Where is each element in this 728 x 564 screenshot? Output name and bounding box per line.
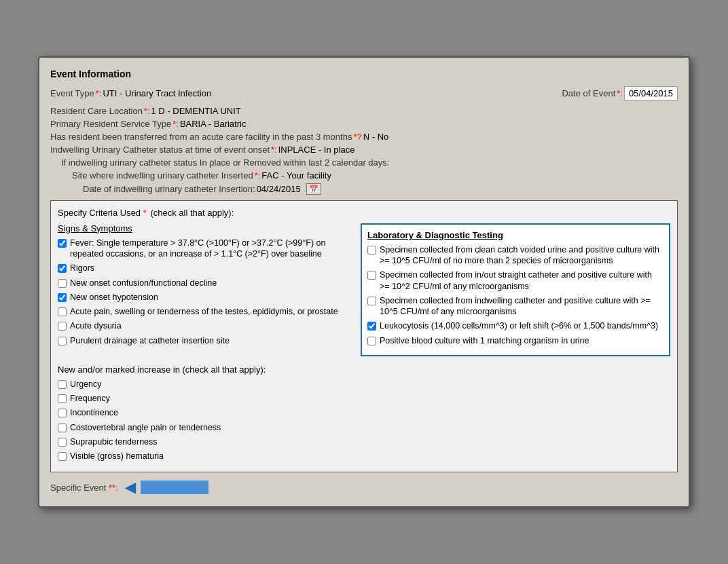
lab-title: Laboratory & Diagnostic Testing <box>367 230 663 240</box>
event-type-date-row: Event Type *: UTI - Urinary Tract Infect… <box>50 86 678 103</box>
transferred-star: *? <box>353 132 361 142</box>
insertion-date-label: Date of indwelling urinary catheter Inse… <box>83 184 255 194</box>
primary-service-star: *: <box>172 119 179 129</box>
transferred-value: N - No <box>363 132 389 142</box>
confusion-checkbox[interactable] <box>58 279 67 288</box>
site-row: Site where indwelling urinary catheter I… <box>50 170 678 181</box>
specific-event-box <box>141 481 208 494</box>
confusion-label: New onset confusion/functional decline <box>70 278 217 288</box>
urgency-checkbox[interactable] <box>58 380 67 389</box>
criteria-header-text: Specify Criteria Used <box>58 208 141 218</box>
resident-care-value: 1 D - DEMENTIA UNIT <box>151 106 241 116</box>
date-of-event-label: Date of Event <box>562 88 615 98</box>
clean-catch-checkbox[interactable] <box>367 246 376 255</box>
site-star: *: <box>255 170 261 181</box>
signs-symptoms-title: Signs & Symptoms <box>58 223 354 233</box>
date-of-event-row-right: Date of Event *: 05/04/2015 <box>562 86 678 100</box>
blood-culture-label: Positive blood culture with 1 matching o… <box>380 335 589 346</box>
suprapubic-checkbox[interactable] <box>58 438 67 447</box>
cbni-costovertebral: Costovertebral angle pain or tenderness <box>58 422 670 433</box>
cbl-clean-catch: Specimen collected from clean catch void… <box>367 244 663 267</box>
indwelling-cath-label: Specimen collected from indwelling cathe… <box>380 295 663 318</box>
left-column: Signs & Symptoms Fever: Single temperatu… <box>58 223 354 356</box>
suprapubic-label: Suprapubic tenderness <box>70 436 158 447</box>
costovertebral-label: Costovertebral angle pain or tenderness <box>70 422 221 433</box>
incontinence-label: Incontinence <box>70 407 118 418</box>
fever-checkbox[interactable] <box>58 239 67 248</box>
calendar-icon[interactable]: 📅 <box>306 183 321 195</box>
arrow-icon: ◀ <box>125 479 135 495</box>
straight-cath-checkbox[interactable] <box>367 271 376 280</box>
acute-pain-checkbox[interactable] <box>58 307 67 316</box>
blood-culture-checkbox[interactable] <box>367 337 376 345</box>
cb-purulent: Purulent drainage at catheter insertion … <box>58 335 354 346</box>
dysuria-checkbox[interactable] <box>58 322 67 331</box>
hematuria-checkbox[interactable] <box>58 452 67 461</box>
date-of-event-value: 05/04/2015 <box>624 86 678 100</box>
criteria-check-note: (check all that apply): <box>150 208 234 218</box>
indwelling-cath-checkbox[interactable] <box>367 297 376 305</box>
straight-cath-label: Specimen collected from in/out straight … <box>380 269 663 292</box>
site-label: Site where indwelling urinary catheter I… <box>72 170 253 181</box>
catheter-status-star: *: <box>271 145 277 155</box>
specific-event-row: Specific Event **: ◀ <box>50 479 678 495</box>
frequency-label: Frequency <box>70 393 110 404</box>
hypotension-checkbox[interactable] <box>58 293 67 302</box>
rigors-checkbox[interactable] <box>58 264 67 273</box>
criteria-header: Specify Criteria Used * (check all that … <box>58 208 670 218</box>
purulent-label: Purulent drainage at catheter insertion … <box>70 335 230 346</box>
cbl-indwelling-cath: Specimen collected from indwelling cathe… <box>367 295 663 318</box>
primary-service-label: Primary Resident Service Type <box>50 119 171 129</box>
cbni-frequency: Frequency <box>58 393 670 404</box>
cbni-urgency: Urgency <box>58 379 670 390</box>
date-star: *: <box>617 88 623 98</box>
rigors-label: Rigors <box>70 263 94 274</box>
cb-dysuria: Acute dysuria <box>58 320 354 331</box>
event-type-label: Event Type <box>50 88 94 98</box>
urgency-label: Urgency <box>70 379 102 390</box>
event-information-panel: Event Information Event Type *: UTI - Ur… <box>38 56 690 508</box>
resident-care-label: Resident Care Location <box>50 106 143 116</box>
hypotension-label: New onset hypotension <box>70 292 158 303</box>
primary-service-row: Primary Resident Service Type *: BARIA -… <box>50 119 678 129</box>
catheter-status-value: INPLACE - In place <box>278 145 355 155</box>
cb-rigors: Rigors <box>58 263 354 274</box>
catheter-status-row: Indwelling Urinary Catheter status at ti… <box>50 145 678 155</box>
purulent-checkbox[interactable] <box>58 337 67 345</box>
insertion-date-value: 04/24/2015 <box>257 184 301 194</box>
resident-care-star: *: <box>144 106 150 116</box>
cbl-straight-cath: Specimen collected from in/out straight … <box>367 269 663 292</box>
cb-confusion: New onset confusion/functional decline <box>58 278 354 288</box>
event-type-value: UTI - Urinary Tract Infection <box>103 88 211 98</box>
event-type-star: *: <box>96 88 102 98</box>
resident-care-row: Resident Care Location *: 1 D - DEMENTIA… <box>50 106 678 116</box>
new-increase-section: New and/or marked increase in (check all… <box>58 364 670 462</box>
site-value: FAC - Your facility <box>261 170 331 181</box>
specific-event-label: Specific Event **: <box>50 483 118 493</box>
catheter-if-row: If indwelling urinary catheter status In… <box>50 157 678 168</box>
frequency-checkbox[interactable] <box>58 394 67 403</box>
catheter-status-label: Indwelling Urinary Catheter status at ti… <box>50 145 270 155</box>
panel-title: Event Information <box>50 69 678 79</box>
incontinence-checkbox[interactable] <box>58 409 67 417</box>
costovertebral-checkbox[interactable] <box>58 424 67 432</box>
transferred-label: Has resident been transferred from an ac… <box>50 132 352 142</box>
clean-catch-label: Specimen collected from clean catch void… <box>380 244 663 267</box>
fever-label: Fever: Single temperature > 37.8°C (>100… <box>70 238 354 260</box>
hematuria-label: Visible (gross) hematuria <box>70 451 164 462</box>
catheter-if-label: If indwelling urinary catheter status In… <box>61 157 389 168</box>
criteria-content: Signs & Symptoms Fever: Single temperatu… <box>58 223 670 356</box>
event-type-row: Event Type *: UTI - Urinary Tract Infect… <box>50 88 211 98</box>
leukocytosis-checkbox[interactable] <box>367 322 376 331</box>
cbni-incontinence: Incontinence <box>58 407 670 418</box>
cb-fever: Fever: Single temperature > 37.8°C (>100… <box>58 238 354 260</box>
cbni-suprapubic: Suprapubic tenderness <box>58 436 670 447</box>
dysuria-label: Acute dysuria <box>70 320 122 331</box>
right-column: Laboratory & Diagnostic Testing Specimen… <box>361 223 670 356</box>
transferred-row: Has resident been transferred from an ac… <box>50 132 678 142</box>
cbl-blood-culture: Positive blood culture with 1 matching o… <box>367 335 663 346</box>
specific-event-stars: **: <box>109 483 118 493</box>
acute-pain-label: Acute pain, swelling or tenderness of th… <box>70 306 338 317</box>
cb-hypotension: New onset hypotension <box>58 292 354 303</box>
cbl-leukocytosis: Leukocytosis (14,000 cells/mm^3) or left… <box>367 320 663 331</box>
